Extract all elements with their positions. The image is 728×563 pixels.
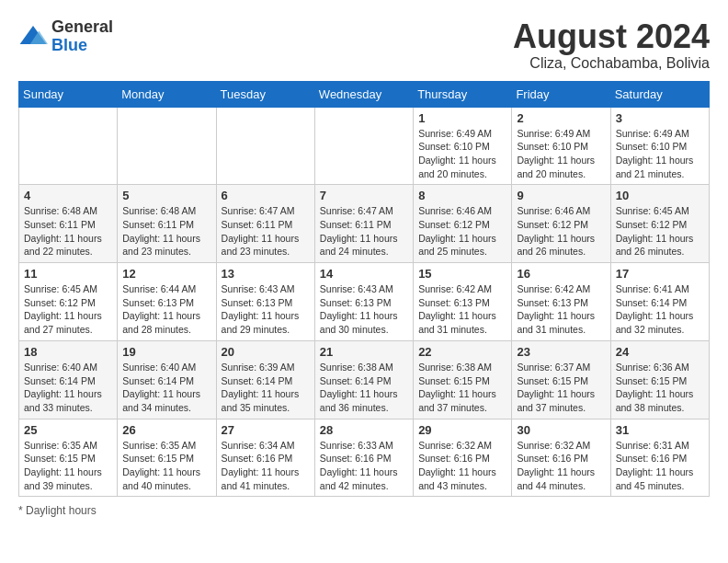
- calendar-cell: 19Sunrise: 6:40 AM Sunset: 6:14 PM Dayli…: [118, 340, 216, 419]
- day-info: Sunrise: 6:32 AM Sunset: 6:16 PM Dayligh…: [517, 439, 605, 493]
- day-number: 26: [122, 423, 210, 437]
- page-header: General Blue August 2024 Cliza, Cochabam…: [18, 18, 710, 72]
- day-info: Sunrise: 6:43 AM Sunset: 6:13 PM Dayligh…: [222, 282, 310, 337]
- day-number: 23: [517, 345, 605, 359]
- calendar-cell: 10Sunrise: 6:45 AM Sunset: 6:12 PM Dayli…: [610, 185, 709, 263]
- calendar-table: SundayMondayTuesdayWednesdayThursdayFrid…: [18, 81, 710, 498]
- footer-note: * Daylight hours: [18, 504, 710, 517]
- calendar-cell: 1Sunrise: 6:49 AM Sunset: 6:10 PM Daylig…: [414, 107, 512, 185]
- day-number: 16: [517, 267, 605, 281]
- day-info: Sunrise: 6:46 AM Sunset: 6:12 PM Dayligh…: [418, 204, 506, 259]
- calendar-day-header: Friday: [512, 81, 610, 107]
- calendar-cell: 30Sunrise: 6:32 AM Sunset: 6:16 PM Dayli…: [512, 419, 610, 497]
- calendar-cell: 13Sunrise: 6:43 AM Sunset: 6:13 PM Dayli…: [216, 263, 314, 341]
- calendar-cell: 15Sunrise: 6:42 AM Sunset: 6:13 PM Dayli…: [414, 263, 512, 341]
- day-info: Sunrise: 6:41 AM Sunset: 6:14 PM Dayligh…: [616, 282, 704, 337]
- day-number: 10: [616, 189, 704, 202]
- calendar-day-header: Saturday: [610, 81, 709, 107]
- calendar-cell: 23Sunrise: 6:37 AM Sunset: 6:15 PM Dayli…: [512, 340, 610, 419]
- calendar-cell: 17Sunrise: 6:41 AM Sunset: 6:14 PM Dayli…: [610, 263, 709, 341]
- month-title: August 2024: [513, 18, 710, 55]
- calendar-cell: 8Sunrise: 6:46 AM Sunset: 6:12 PM Daylig…: [414, 185, 512, 263]
- calendar-cell: 11Sunrise: 6:45 AM Sunset: 6:12 PM Dayli…: [19, 263, 118, 341]
- calendar-cell: 26Sunrise: 6:35 AM Sunset: 6:15 PM Dayli…: [118, 419, 216, 497]
- logo: General Blue: [18, 18, 113, 55]
- day-info: Sunrise: 6:35 AM Sunset: 6:15 PM Dayligh…: [122, 439, 210, 493]
- day-info: Sunrise: 6:40 AM Sunset: 6:14 PM Dayligh…: [24, 361, 112, 415]
- calendar-cell: 6Sunrise: 6:47 AM Sunset: 6:11 PM Daylig…: [216, 185, 314, 263]
- day-number: 12: [122, 267, 210, 281]
- day-info: Sunrise: 6:43 AM Sunset: 6:13 PM Dayligh…: [320, 282, 408, 337]
- calendar-cell: 28Sunrise: 6:33 AM Sunset: 6:16 PM Dayli…: [314, 419, 413, 497]
- day-number: 1: [418, 111, 506, 125]
- day-info: Sunrise: 6:32 AM Sunset: 6:16 PM Dayligh…: [418, 439, 506, 493]
- day-number: 21: [320, 345, 408, 359]
- day-info: Sunrise: 6:42 AM Sunset: 6:13 PM Dayligh…: [418, 282, 506, 337]
- calendar-week-row: 1Sunrise: 6:49 AM Sunset: 6:10 PM Daylig…: [19, 107, 710, 185]
- day-number: 2: [517, 111, 605, 125]
- calendar-cell: 12Sunrise: 6:44 AM Sunset: 6:13 PM Dayli…: [118, 263, 216, 341]
- day-info: Sunrise: 6:49 AM Sunset: 6:10 PM Dayligh…: [418, 127, 506, 181]
- day-number: 31: [616, 423, 704, 437]
- day-number: 28: [320, 423, 408, 437]
- calendar-cell: 3Sunrise: 6:49 AM Sunset: 6:10 PM Daylig…: [610, 107, 709, 185]
- day-number: 14: [320, 267, 408, 281]
- calendar-cell: 5Sunrise: 6:48 AM Sunset: 6:11 PM Daylig…: [118, 185, 216, 263]
- day-number: 8: [418, 189, 506, 202]
- day-number: 6: [222, 189, 310, 202]
- day-info: Sunrise: 6:47 AM Sunset: 6:11 PM Dayligh…: [320, 204, 408, 259]
- day-info: Sunrise: 6:34 AM Sunset: 6:16 PM Dayligh…: [222, 439, 310, 493]
- calendar-cell: 9Sunrise: 6:46 AM Sunset: 6:12 PM Daylig…: [512, 185, 610, 263]
- title-block: August 2024 Cliza, Cochabamba, Bolivia: [513, 18, 710, 72]
- day-number: 24: [616, 345, 704, 359]
- day-number: 27: [222, 423, 310, 437]
- location-title: Cliza, Cochabamba, Bolivia: [513, 55, 710, 72]
- day-info: Sunrise: 6:31 AM Sunset: 6:16 PM Dayligh…: [616, 439, 704, 493]
- calendar-header-row: SundayMondayTuesdayWednesdayThursdayFrid…: [19, 81, 710, 107]
- day-info: Sunrise: 6:38 AM Sunset: 6:15 PM Dayligh…: [418, 361, 506, 415]
- calendar-cell: 2Sunrise: 6:49 AM Sunset: 6:10 PM Daylig…: [512, 107, 610, 185]
- calendar-cell: 29Sunrise: 6:32 AM Sunset: 6:16 PM Dayli…: [414, 419, 512, 497]
- calendar-day-header: Monday: [118, 81, 216, 107]
- calendar-cell: 21Sunrise: 6:38 AM Sunset: 6:14 PM Dayli…: [314, 340, 413, 419]
- calendar-week-row: 25Sunrise: 6:35 AM Sunset: 6:15 PM Dayli…: [19, 419, 710, 497]
- calendar-cell: 18Sunrise: 6:40 AM Sunset: 6:14 PM Dayli…: [19, 340, 118, 419]
- day-number: 9: [517, 189, 605, 202]
- day-info: Sunrise: 6:49 AM Sunset: 6:10 PM Dayligh…: [517, 127, 605, 181]
- calendar-day-header: Sunday: [19, 81, 118, 107]
- day-info: Sunrise: 6:33 AM Sunset: 6:16 PM Dayligh…: [320, 439, 408, 493]
- calendar-day-header: Wednesday: [314, 81, 413, 107]
- calendar-week-row: 11Sunrise: 6:45 AM Sunset: 6:12 PM Dayli…: [19, 263, 710, 341]
- calendar-week-row: 18Sunrise: 6:40 AM Sunset: 6:14 PM Dayli…: [19, 340, 710, 419]
- calendar-cell: 24Sunrise: 6:36 AM Sunset: 6:15 PM Dayli…: [610, 340, 709, 419]
- day-info: Sunrise: 6:48 AM Sunset: 6:11 PM Dayligh…: [24, 204, 112, 259]
- day-number: 22: [418, 345, 506, 359]
- day-number: 5: [122, 189, 210, 202]
- calendar-week-row: 4Sunrise: 6:48 AM Sunset: 6:11 PM Daylig…: [19, 185, 710, 263]
- day-number: 15: [418, 267, 506, 281]
- day-info: Sunrise: 6:39 AM Sunset: 6:14 PM Dayligh…: [222, 361, 310, 415]
- day-info: Sunrise: 6:38 AM Sunset: 6:14 PM Dayligh…: [320, 361, 408, 415]
- calendar-cell: 20Sunrise: 6:39 AM Sunset: 6:14 PM Dayli…: [216, 340, 314, 419]
- day-number: 25: [24, 423, 112, 437]
- day-number: 4: [24, 189, 112, 202]
- day-number: 13: [222, 267, 310, 281]
- day-info: Sunrise: 6:36 AM Sunset: 6:15 PM Dayligh…: [616, 361, 704, 415]
- day-number: 30: [517, 423, 605, 437]
- calendar-cell: 31Sunrise: 6:31 AM Sunset: 6:16 PM Dayli…: [610, 419, 709, 497]
- calendar-cell: 25Sunrise: 6:35 AM Sunset: 6:15 PM Dayli…: [19, 419, 118, 497]
- day-info: Sunrise: 6:44 AM Sunset: 6:13 PM Dayligh…: [122, 282, 210, 337]
- day-info: Sunrise: 6:46 AM Sunset: 6:12 PM Dayligh…: [517, 204, 605, 259]
- calendar-day-header: Thursday: [414, 81, 512, 107]
- calendar-cell: 7Sunrise: 6:47 AM Sunset: 6:11 PM Daylig…: [314, 185, 413, 263]
- day-info: Sunrise: 6:35 AM Sunset: 6:15 PM Dayligh…: [24, 439, 112, 493]
- calendar-cell: 16Sunrise: 6:42 AM Sunset: 6:13 PM Dayli…: [512, 263, 610, 341]
- calendar-cell: [19, 107, 118, 185]
- day-info: Sunrise: 6:49 AM Sunset: 6:10 PM Dayligh…: [616, 127, 704, 181]
- day-info: Sunrise: 6:45 AM Sunset: 6:12 PM Dayligh…: [24, 282, 112, 337]
- day-info: Sunrise: 6:45 AM Sunset: 6:12 PM Dayligh…: [616, 204, 704, 259]
- calendar-day-header: Tuesday: [216, 81, 314, 107]
- day-info: Sunrise: 6:47 AM Sunset: 6:11 PM Dayligh…: [222, 204, 310, 259]
- calendar-cell: [216, 107, 314, 185]
- day-number: 11: [24, 267, 112, 281]
